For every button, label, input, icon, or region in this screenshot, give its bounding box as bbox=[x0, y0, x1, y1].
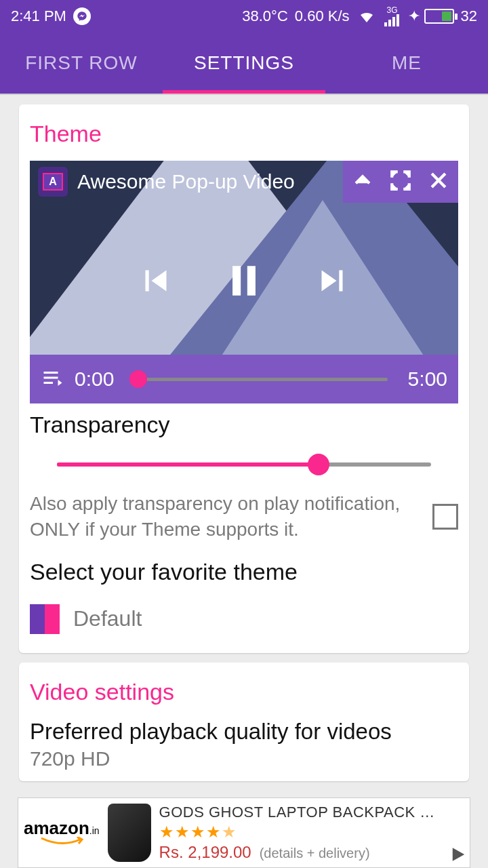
status-speed: 0.60 K/s bbox=[295, 7, 350, 25]
video-settings-title: Video settings bbox=[30, 679, 458, 705]
status-time: 2:41 PM bbox=[11, 7, 66, 25]
close-icon[interactable] bbox=[427, 169, 450, 195]
skip-next-icon[interactable] bbox=[311, 260, 353, 304]
transparency-slider[interactable] bbox=[57, 462, 431, 467]
checkbox-label: Also apply transparency on play notifica… bbox=[30, 491, 419, 542]
theme-name: Default bbox=[73, 606, 142, 631]
charging-icon: ✦ bbox=[408, 7, 420, 25]
svg-marker-8 bbox=[453, 849, 464, 861]
skip-previous-icon[interactable] bbox=[135, 260, 177, 304]
playback-quality-label[interactable]: Preferred playback quality for videos bbox=[30, 719, 458, 745]
transparency-label: Transparency bbox=[30, 412, 458, 438]
star-icon: ★ bbox=[190, 823, 205, 842]
adchoices-icon[interactable] bbox=[451, 847, 466, 865]
ad-banner[interactable]: amazon.in GODS GHOST LAPTOP BACKPACK … ★… bbox=[18, 797, 470, 868]
theme-option-default[interactable]: Default bbox=[30, 604, 458, 634]
messenger-icon bbox=[73, 7, 91, 25]
svg-rect-7 bbox=[247, 266, 256, 296]
star-icon: ★ bbox=[206, 823, 221, 842]
pause-icon[interactable] bbox=[224, 260, 264, 304]
transparency-notification-option[interactable]: Also apply transparency on play notifica… bbox=[30, 491, 458, 542]
video-title: Awesome Pop-up Video bbox=[77, 170, 295, 193]
select-theme-label: Select your favorite theme bbox=[30, 559, 458, 585]
ad-rating-stars: ★ ★ ★ ★ ★ bbox=[159, 823, 464, 842]
battery-icon bbox=[424, 9, 454, 24]
theme-title: Theme bbox=[30, 121, 458, 147]
chevron-up-icon[interactable] bbox=[351, 169, 374, 195]
app-badge-icon: A bbox=[38, 167, 68, 197]
ad-price: Rs. 2,199.00 bbox=[159, 843, 251, 862]
video-preview: A Awesome Pop-up Video bbox=[30, 161, 458, 403]
theme-card: Theme A Awesome Pop-up Video bbox=[19, 104, 469, 653]
signal-icon: 3G bbox=[384, 6, 401, 26]
tab-first-row[interactable]: FIRST ROW bbox=[0, 33, 163, 94]
svg-rect-3 bbox=[396, 14, 399, 26]
tab-bar: FIRST ROW SETTINGS ME bbox=[0, 33, 488, 94]
video-progress-slider[interactable] bbox=[134, 378, 387, 381]
time-current: 0:00 bbox=[75, 368, 114, 391]
svg-rect-6 bbox=[232, 266, 241, 296]
product-image bbox=[108, 804, 151, 862]
status-temp: 38.0°C bbox=[242, 7, 288, 25]
theme-swatch-icon bbox=[30, 604, 60, 634]
svg-rect-2 bbox=[392, 17, 395, 26]
status-bar: 2:41 PM 38.0°C 0.60 K/s 3G ✦ 32 bbox=[0, 0, 488, 33]
video-settings-card: Video settings Preferred playback qualit… bbox=[19, 663, 469, 781]
playback-quality-value: 720p HD bbox=[30, 747, 458, 770]
fullscreen-icon[interactable] bbox=[389, 169, 412, 195]
svg-rect-1 bbox=[388, 20, 391, 26]
playlist-icon[interactable] bbox=[41, 366, 65, 393]
star-half-icon: ★ bbox=[222, 823, 237, 842]
divider bbox=[0, 94, 488, 95]
battery-percent: 32 bbox=[461, 7, 477, 25]
star-icon: ★ bbox=[159, 823, 174, 842]
time-total: 5:00 bbox=[408, 368, 447, 391]
svg-rect-0 bbox=[384, 22, 387, 26]
star-icon: ★ bbox=[175, 823, 190, 842]
ad-extra: (details + delivery) bbox=[260, 846, 370, 861]
wifi-icon bbox=[357, 8, 377, 24]
ad-product-name: GODS GHOST LAPTOP BACKPACK … bbox=[159, 804, 464, 821]
tab-me[interactable]: ME bbox=[325, 33, 488, 94]
checkbox-icon[interactable] bbox=[432, 504, 458, 530]
tab-settings[interactable]: SETTINGS bbox=[163, 33, 325, 94]
amazon-logo-icon: amazon.in bbox=[24, 819, 100, 846]
